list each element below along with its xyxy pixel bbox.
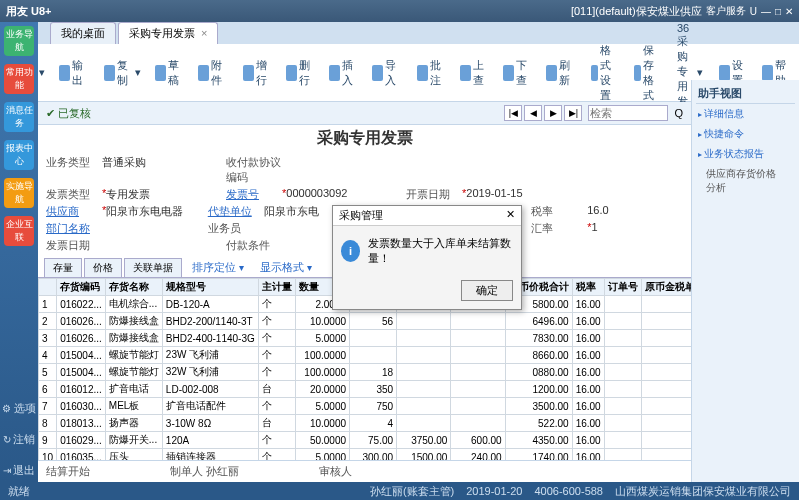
- tab-close-icon[interactable]: ×: [201, 27, 207, 39]
- traceup-button[interactable]: 上查: [456, 56, 493, 90]
- import-button[interactable]: 导入: [368, 56, 405, 90]
- status-user: 孙红丽(账套主管): [370, 484, 454, 499]
- formatset-button[interactable]: 格式设置: [587, 41, 624, 105]
- supplier-link[interactable]: 供应商: [46, 204, 102, 219]
- maximize-button[interactable]: □: [775, 6, 781, 17]
- rp-status[interactable]: 业务状态报告: [696, 144, 795, 164]
- search-icon[interactable]: Q: [674, 107, 683, 119]
- doc-title: 采购专用发票: [38, 125, 691, 152]
- title-context: [011](default)保安煤业供应: [571, 4, 702, 19]
- tab-stock[interactable]: 存量: [44, 258, 82, 277]
- col-header[interactable]: 存货名称: [105, 279, 162, 296]
- nav-next-button[interactable]: ▶: [544, 105, 562, 121]
- table-row[interactable]: 4015004...螺旋节能灯23W 飞利浦个100.00008660.0016…: [39, 347, 692, 364]
- biztype-value: 普通采购: [102, 155, 146, 185]
- dialog-close-icon[interactable]: ✕: [506, 208, 515, 223]
- assistant-panel: 助手视图 详细信息 快捷命令 业务状态报告 供应商存货价格分析: [691, 80, 799, 482]
- left-nav: 业务导航 常用功能 消息任务 报表中心 实施导航 企业互联 ⚙ 选项 ↻ 注销 …: [0, 22, 38, 482]
- tracedown-button[interactable]: 下查: [499, 56, 536, 90]
- status-ready: 就绪: [8, 484, 30, 499]
- nav-exit[interactable]: ⇥ 退出: [3, 459, 36, 482]
- customer-service-link[interactable]: 客户服务: [706, 4, 746, 18]
- nav-options[interactable]: ⚙ 选项: [2, 397, 36, 420]
- nav-biz[interactable]: 业务导航: [4, 26, 34, 56]
- note-button[interactable]: 批注: [413, 56, 450, 90]
- close-button[interactable]: ✕: [785, 6, 793, 17]
- tab-related[interactable]: 关联单据: [124, 258, 182, 277]
- status-date: 2019-01-20: [466, 485, 522, 497]
- record-nav: |◀ ◀ ▶ ▶|: [504, 105, 582, 121]
- rp-detail[interactable]: 详细信息: [696, 104, 795, 124]
- doc-footer: 结算开始 制单人 孙红丽 审核人: [38, 460, 691, 482]
- table-row[interactable]: 10016035...压头插销连接器个5.0000300.001500.0024…: [39, 449, 692, 461]
- table-row[interactable]: 2016026...防爆接线盒BHD2-200/1140-3T个10.00005…: [39, 313, 692, 330]
- delrow-button[interactable]: 删行: [282, 56, 319, 90]
- tab-invoice[interactable]: 采购专用发票×: [118, 22, 218, 44]
- dialog-message: 发票数量大于入库单未结算数量！: [368, 236, 513, 266]
- table-row[interactable]: 8018013...扬声器3-10W 8Ω台10.00004522.0016.0…: [39, 415, 692, 432]
- rp-shortcut[interactable]: 快捷命令: [696, 124, 795, 144]
- col-header[interactable]: 订单号: [604, 279, 641, 296]
- rp-sub[interactable]: 供应商存货价格分析: [696, 164, 795, 198]
- app-logo: 用友 U8+: [6, 4, 52, 19]
- col-header[interactable]: 存货编码: [57, 279, 106, 296]
- status-company: 山西煤炭运销集团保安煤业有限公司: [615, 484, 791, 499]
- info-icon: i: [341, 240, 360, 262]
- addrow-button[interactable]: 增行: [239, 56, 276, 90]
- message-dialog: 采购管理✕ i 发票数量大于入库单未结算数量！ 确定: [332, 205, 522, 310]
- tab-price[interactable]: 价格: [84, 258, 122, 277]
- status-bar: 就绪 孙红丽(账套主管) 2019-01-20 4006-600-588 山西煤…: [0, 482, 799, 500]
- insert-button[interactable]: 插入: [325, 56, 362, 90]
- table-row[interactable]: 9016029...防爆开关...120A个50.000075.003750.0…: [39, 432, 692, 449]
- status-approved: ✔ 已复核: [46, 106, 91, 121]
- nav-msg[interactable]: 消息任务: [4, 102, 34, 132]
- table-row[interactable]: 6016012...扩音电话LD-002-008台20.00003501200.…: [39, 381, 692, 398]
- invno-link[interactable]: 发票号: [226, 187, 282, 202]
- assistant-title: 助手视图: [696, 84, 795, 104]
- table-row[interactable]: 3016026...防爆接线盒BHD2-400-1140-3G个5.000078…: [39, 330, 692, 347]
- search-input[interactable]: [588, 105, 668, 121]
- nav-impl[interactable]: 实施导航: [4, 178, 34, 208]
- agent-link[interactable]: 代垫单位: [208, 204, 264, 219]
- table-row[interactable]: 7016030...MEL板扩音电话配件个5.00007503500.0016.…: [39, 398, 692, 415]
- copy-button[interactable]: 复制▾: [100, 56, 145, 90]
- nav-logout[interactable]: ↻ 注销: [3, 428, 36, 451]
- export-button[interactable]: 输出: [55, 56, 92, 90]
- user-menu[interactable]: U: [750, 6, 757, 17]
- ribbon: 打印▾ 输出 复制▾ 草稿 附件 增行 删行 插入 导入 批注 上查 下查 刷新…: [0, 44, 799, 102]
- table-row[interactable]: 5015004...螺旋节能灯32W 飞利浦个100.0000180880.00…: [39, 364, 692, 381]
- nav-first-button[interactable]: |◀: [504, 105, 522, 121]
- minimize-button[interactable]: —: [761, 6, 771, 17]
- doc-toolbar: ✔ 已复核 |◀ ◀ ▶ ▶| Q: [38, 102, 691, 125]
- refresh-button[interactable]: 刷新: [542, 56, 579, 90]
- status-phone: 4006-600-588: [534, 485, 603, 497]
- opt-display[interactable]: 显示格式 ▾: [252, 258, 320, 277]
- col-header[interactable]: 原币金税单价: [641, 279, 691, 296]
- attach-button[interactable]: 附件: [194, 56, 231, 90]
- col-header[interactable]: [39, 279, 57, 296]
- dialog-title: 采购管理: [339, 208, 383, 223]
- nav-prev-button[interactable]: ◀: [524, 105, 542, 121]
- col-header[interactable]: 主计量: [258, 279, 295, 296]
- col-header[interactable]: 税率: [572, 279, 604, 296]
- dept-link[interactable]: 部门名称: [46, 221, 102, 236]
- nav-common[interactable]: 常用功能: [4, 64, 34, 94]
- col-header[interactable]: 规格型号: [162, 279, 258, 296]
- dialog-ok-button[interactable]: 确定: [461, 280, 513, 301]
- tab-desktop[interactable]: 我的桌面: [50, 22, 116, 44]
- opt-sort[interactable]: 排序定位 ▾: [184, 258, 252, 277]
- nav-report[interactable]: 报表中心: [4, 140, 34, 170]
- draft-button[interactable]: 草稿: [151, 56, 188, 90]
- saveformat-button[interactable]: 保存格式: [630, 41, 667, 105]
- nav-ent[interactable]: 企业互联: [4, 216, 34, 246]
- nav-last-button[interactable]: ▶|: [564, 105, 582, 121]
